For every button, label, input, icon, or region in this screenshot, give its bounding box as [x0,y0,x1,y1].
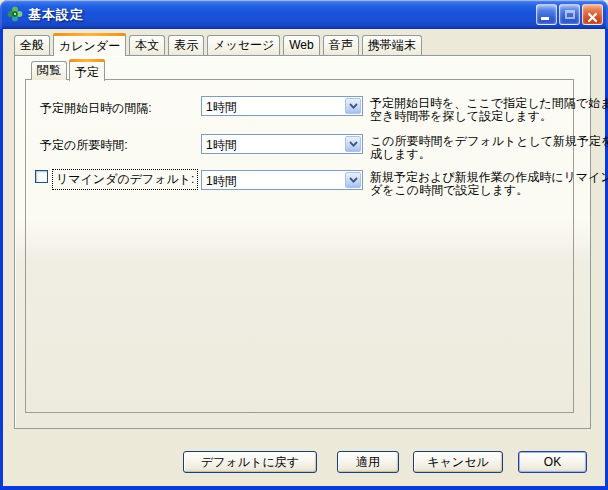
sub-tabstrip: 閲覧 予定 [31,58,105,80]
tab-web[interactable]: Web [283,35,319,55]
chevron-down-icon[interactable] [345,98,361,114]
close-button[interactable] [582,4,603,25]
titlebar[interactable]: 基本設定 [0,0,608,29]
start-interval-description: 予定開始日時を、ここで指定した間隔で始まる 空き時間帯を探して設定します。 [370,97,592,123]
minimize-button[interactable] [536,4,557,25]
window-title: 基本設定 [28,6,84,24]
subtab-schedule[interactable]: 予定 [69,59,105,81]
chevron-down-icon[interactable] [345,136,361,152]
reminder-combobox[interactable]: 1時間 [201,170,363,190]
tab-message[interactable]: メッセージ [207,35,280,55]
calendar-tab-page: 閲覧 予定 予定開始日時の間隔: 1時間 予定開始日時を、ここで指定した間隔で始… [14,55,591,429]
subtab-browse[interactable]: 閲覧 [31,61,67,80]
start-interval-combobox[interactable]: 1時間 [201,96,363,116]
reminder-value: 1時間 [206,173,237,190]
duration-description: この所要時間をデフォルトとして新規予定を作 成します。 [370,135,592,161]
duration-label: 予定の所要時間: [40,137,128,154]
ok-button[interactable]: OK [518,451,587,473]
reminder-checkbox[interactable] [35,170,48,183]
window-controls [536,4,603,25]
tab-calendar[interactable]: カレンダー [53,33,126,56]
duration-value: 1時間 [206,137,237,154]
app-flower-icon [7,6,23,22]
start-interval-value: 1時間 [206,99,237,116]
chevron-down-icon[interactable] [345,172,361,188]
tab-mobile[interactable]: 携帯端末 [362,35,422,55]
minimize-icon [541,17,549,20]
apply-button[interactable]: 適用 [337,451,399,473]
maximize-button[interactable] [559,4,580,25]
start-interval-label: 予定開始日時の間隔: [40,100,152,117]
main-tabstrip: 全般 カレンダー 本文 表示 メッセージ Web 音声 携帯端末 [14,33,422,55]
cancel-button[interactable]: キャンセル [413,451,503,473]
maximize-icon [565,10,575,19]
restore-defaults-button[interactable]: デフォルトに戻す [183,451,317,473]
tab-voice[interactable]: 音声 [323,35,359,55]
tab-display[interactable]: 表示 [168,35,204,55]
reminder-description: 新規予定および新規作業の作成時にリマイン ダをこの時間で設定します。 [370,171,592,197]
preferences-dialog: 基本設定 全般 カレンダー 本文 表示 メッセージ Web 音声 [0,0,608,490]
reminder-label[interactable]: リマインダのデフォルト: [52,169,198,190]
close-icon [587,9,598,27]
tab-general[interactable]: 全般 [14,35,50,55]
schedule-subtab-page: 予定開始日時の間隔: 1時間 予定開始日時を、ここで指定した間隔で始まる 空き時… [25,79,574,413]
duration-combobox[interactable]: 1時間 [201,134,363,154]
tab-body-text[interactable]: 本文 [129,35,165,55]
